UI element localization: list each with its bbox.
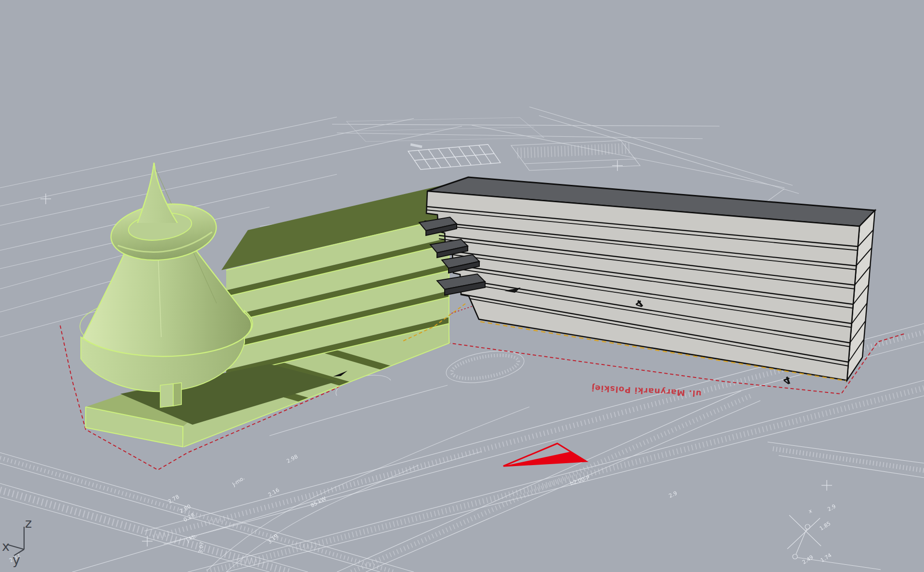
axis-x-label: x: [2, 539, 10, 554]
axis-z-label: z: [25, 516, 32, 531]
rhino-viewport[interactable]: 4 4 ul. Marynarki Polskiej 2.782.800.282…: [0, 0, 924, 572]
drum-entrance-box: [160, 383, 181, 407]
viewport-canvas[interactable]: 4 4 ul. Marynarki Polskiej 2.782.800.282…: [0, 0, 924, 572]
axis-y-label: y: [13, 552, 20, 567]
